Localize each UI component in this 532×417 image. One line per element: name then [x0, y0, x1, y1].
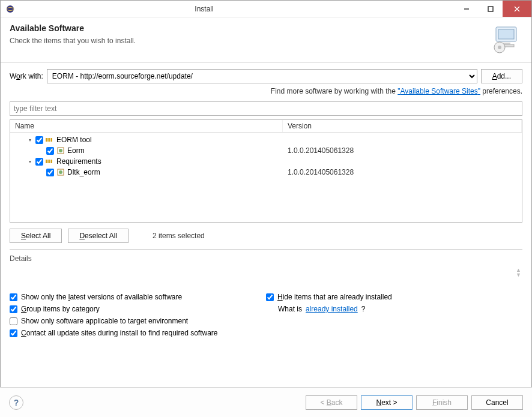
opt-applicable-label: Show only software applicable to target … [21, 317, 188, 325]
svg-rect-13 [47, 138, 49, 142]
opt-group-checkbox[interactable] [10, 305, 17, 313]
opt-contact-label: Contact all update sites during install … [21, 329, 218, 337]
find-more-text: Find more software by working with the A… [10, 87, 522, 95]
details-label: Details [10, 254, 522, 263]
deselect-all-button[interactable]: Deselect All [68, 229, 128, 243]
tree-feature[interactable]: Eorm 1.0.0.201405061328 [11, 145, 521, 156]
expander-icon[interactable]: ▾ [27, 137, 33, 143]
select-all-button[interactable]: Select All [10, 229, 62, 243]
opt-latest-checkbox[interactable] [10, 293, 17, 301]
svg-point-11 [498, 46, 501, 49]
work-with-label: Work with: [10, 72, 43, 80]
category-icon [46, 158, 54, 165]
window-title: Install [20, 5, 455, 13]
opt-group-label: Group items by category [21, 305, 100, 313]
cancel-button[interactable]: Cancel [471, 395, 523, 410]
feature-icon [56, 146, 65, 155]
tree-item-label: Dltk_eorm [67, 168, 100, 176]
svg-rect-14 [49, 138, 50, 142]
what-is-installed: What is already installed? [278, 305, 522, 313]
svg-rect-19 [47, 160, 49, 163]
next-button[interactable]: Next > [361, 395, 413, 410]
tree-item-label: Requirements [56, 157, 101, 166]
page-title: Available Software [10, 23, 136, 33]
category-checkbox[interactable] [35, 158, 43, 166]
category-checkbox[interactable] [35, 136, 43, 144]
scroll-hint-icon: ▲▼ [516, 268, 521, 277]
opt-hide-checkbox[interactable] [266, 293, 274, 301]
tree-item-label: Eorm [67, 146, 85, 155]
finish-button[interactable]: Finish [416, 395, 468, 410]
svg-point-0 [7, 5, 14, 13]
filter-input[interactable] [10, 101, 522, 116]
tree-feature[interactable]: Dltk_eorm 1.0.0.201405061328 [11, 167, 521, 178]
column-name[interactable]: Name [10, 120, 283, 132]
details-area: ▲▼ [10, 263, 522, 287]
opt-applicable-checkbox[interactable] [10, 317, 17, 325]
maximize-button[interactable] [479, 1, 503, 17]
add-button[interactable]: Add... [481, 69, 522, 83]
back-button[interactable]: < Back [306, 395, 357, 410]
feature-checkbox[interactable] [46, 169, 54, 176]
svg-rect-12 [46, 138, 47, 142]
svg-rect-7 [498, 29, 514, 39]
tree-item-version: 1.0.0.201405061328 [288, 168, 521, 176]
svg-rect-18 [46, 160, 47, 163]
wizard-footer: ? < Back Next > Finish Cancel [0, 387, 532, 417]
title-bar: Install [1, 1, 531, 17]
svg-rect-15 [51, 138, 52, 142]
opt-latest-label: Show only the latest versions of availab… [21, 293, 182, 301]
install-banner-icon [491, 23, 522, 56]
svg-rect-3 [488, 7, 493, 11]
column-version[interactable]: Version [283, 120, 522, 132]
category-icon [46, 136, 54, 143]
svg-point-23 [59, 170, 62, 174]
tree-item-version: 1.0.0.201405061328 [288, 146, 521, 155]
wizard-header: Available Software Check the items that … [1, 17, 531, 63]
feature-checkbox[interactable] [46, 147, 54, 155]
work-with-combo[interactable]: EORM - http://eorm.sourceforge.net/updat… [47, 69, 477, 83]
selection-status: 2 items selected [153, 232, 205, 240]
svg-point-17 [59, 149, 62, 152]
page-subtitle: Check the items that you wish to install… [10, 37, 136, 45]
eclipse-icon [5, 4, 15, 14]
feature-icon [56, 168, 65, 176]
tree-item-label: EORM tool [56, 136, 92, 144]
close-button[interactable] [503, 1, 531, 17]
svg-rect-21 [51, 160, 52, 163]
tree-category[interactable]: ▾ Requirements [11, 156, 521, 167]
svg-rect-20 [49, 160, 50, 163]
minimize-button[interactable] [455, 1, 479, 17]
tree-header: Name Version [10, 120, 522, 133]
available-software-sites-link[interactable]: Available Software Sites [397, 87, 480, 95]
expander-icon[interactable]: ▾ [27, 158, 33, 164]
tree-category[interactable]: ▾ EORM tool [11, 134, 521, 145]
opt-contact-checkbox[interactable] [10, 329, 17, 337]
already-installed-link[interactable]: already installed [306, 305, 358, 313]
software-tree[interactable]: Name Version ▾ EORM tool Eorm [10, 119, 522, 223]
help-button[interactable]: ? [9, 395, 23, 410]
opt-hide-label: Hide items that are already installed [277, 293, 392, 301]
